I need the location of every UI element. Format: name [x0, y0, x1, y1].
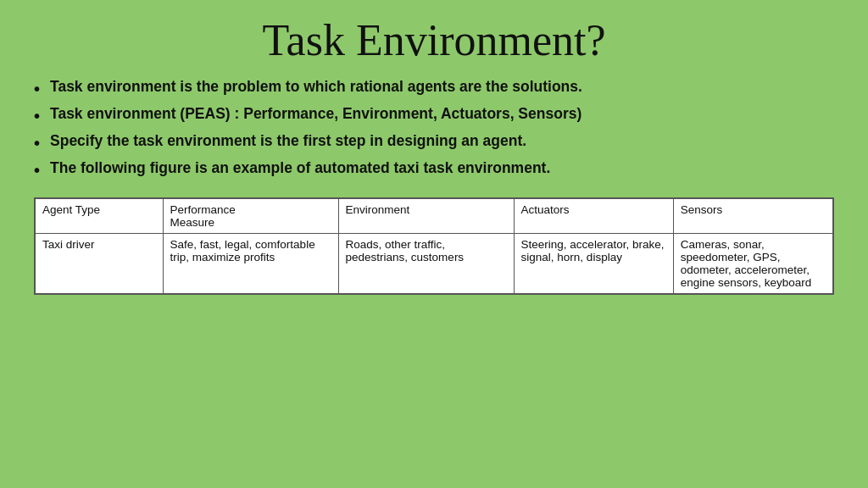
col-header-actuators: Actuators: [514, 199, 673, 234]
list-item: • The following figure is an example of …: [34, 158, 834, 180]
page-title: Task Environment?: [262, 15, 605, 65]
peas-table: Agent Type PerformanceMeasure Environmen…: [34, 197, 834, 295]
col-header-performance: PerformanceMeasure: [163, 199, 338, 234]
bullet-text: Task environment (PEAS) : Performance, E…: [50, 104, 834, 125]
cell-performance: Safe, fast, legal, comfortable trip, max…: [163, 234, 338, 294]
bullet-list: • Task environment is the problem to whi…: [34, 77, 834, 186]
bullet-dot: •: [34, 106, 40, 126]
col-header-environment: Environment: [338, 199, 514, 234]
list-item: • Task environment is the problem to whi…: [34, 77, 834, 99]
col-header-sensors: Sensors: [673, 199, 832, 234]
list-item: • Task environment (PEAS) : Performance,…: [34, 104, 834, 126]
bullet-dot: •: [34, 160, 40, 180]
cell-environment: Roads, other traffic, pedestrians, custo…: [338, 234, 514, 294]
bullet-text: The following figure is an example of au…: [50, 158, 834, 179]
cell-actuators: Steering, accelerator, brake, signal, ho…: [514, 234, 673, 294]
bullet-dot: •: [34, 133, 40, 153]
bullet-dot: •: [34, 79, 40, 99]
bullet-text: Specify the task environment is the firs…: [50, 131, 834, 152]
list-item: • Specify the task environment is the fi…: [34, 131, 834, 153]
bullet-text: Task environment is the problem to which…: [50, 77, 834, 97]
cell-sensors: Cameras, sonar, speedometer, GPS, odomet…: [673, 234, 832, 294]
col-header-agent: Agent Type: [36, 199, 164, 234]
cell-agent-type: Taxi driver: [36, 234, 164, 294]
table-row: Taxi driver Safe, fast, legal, comfortab…: [36, 234, 833, 294]
